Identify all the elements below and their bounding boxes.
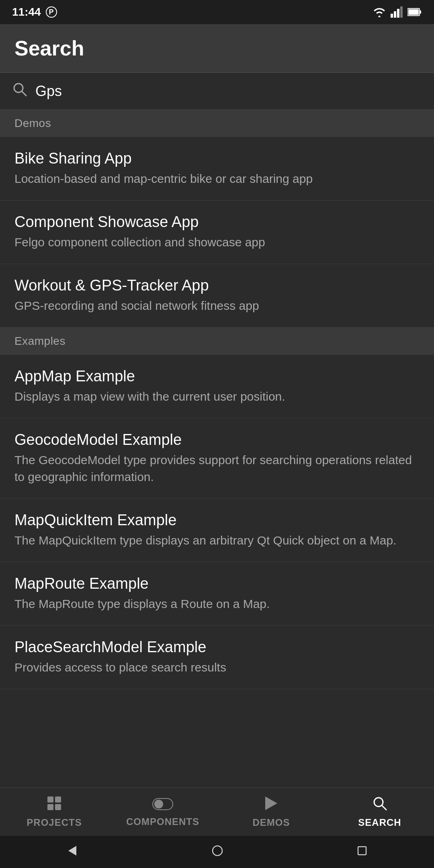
item-title: GeocodeModel Example	[14, 431, 420, 448]
play-icon	[264, 796, 278, 815]
list-item[interactable]: MapQuickItem Example The MapQuickItem ty…	[0, 499, 434, 562]
item-title: MapRoute Example	[14, 575, 420, 592]
svg-rect-20	[358, 847, 366, 855]
nav-item-projects[interactable]: PROJECTS	[0, 788, 108, 836]
list-item[interactable]: AppMap Example Displays a map view with …	[0, 355, 434, 418]
nav-item-demos[interactable]: DEMOS	[217, 788, 326, 836]
svg-rect-10	[55, 796, 61, 802]
item-desc: Location-based and map-centric bike or c…	[14, 170, 420, 187]
svg-rect-2	[397, 9, 399, 18]
item-desc: GPS-recording and social network fitness…	[14, 297, 420, 314]
time-display: 11:44	[12, 6, 41, 18]
status-bar: 11:44 P	[0, 0, 434, 24]
item-title: Bike Sharing App	[14, 150, 420, 167]
section-header-examples: Examples	[0, 328, 434, 355]
content: Demos Bike Sharing App Location-based an…	[0, 110, 434, 770]
home-button[interactable]	[212, 845, 223, 859]
grid-icon	[47, 796, 62, 815]
back-button[interactable]	[67, 845, 78, 859]
header: Search	[0, 24, 434, 73]
svg-rect-11	[47, 804, 53, 810]
item-desc: The GeocodeModel type provides support f…	[14, 452, 420, 485]
search-icon	[12, 82, 27, 100]
item-desc: Provides access to place search results	[14, 659, 420, 676]
svg-rect-0	[391, 14, 393, 18]
svg-marker-18	[68, 846, 76, 856]
item-title: Workout & GPS-Tracker App	[14, 277, 420, 294]
item-desc: Displays a map view with the current use…	[14, 388, 420, 405]
svg-rect-9	[47, 796, 53, 802]
recents-button[interactable]	[357, 845, 367, 859]
signal-icon	[391, 6, 403, 18]
item-desc: The MapRoute type displays a Route on a …	[14, 596, 420, 612]
battery-icon	[407, 7, 422, 17]
list-item[interactable]: Component Showcase App Felgo component c…	[0, 201, 434, 264]
toggle-icon	[152, 797, 173, 814]
item-title: PlaceSearchModel Example	[14, 639, 420, 656]
nav-label-search: SEARCH	[358, 817, 401, 828]
nav-label-demos: DEMOS	[252, 817, 290, 828]
section-header-demos: Demos	[0, 110, 434, 137]
svg-point-19	[213, 846, 222, 856]
svg-rect-5	[420, 10, 421, 14]
item-title: Component Showcase App	[14, 213, 420, 231]
nav-item-components[interactable]: COMPONENTS	[108, 788, 217, 836]
item-title: AppMap Example	[14, 368, 420, 385]
system-nav-bar	[0, 836, 434, 868]
nav-label-components: COMPONENTS	[126, 816, 199, 827]
search-input[interactable]	[35, 83, 422, 100]
nav-label-projects: PROJECTS	[27, 817, 82, 828]
svg-rect-3	[400, 6, 403, 18]
svg-rect-6	[408, 9, 419, 15]
notification-icon: P	[46, 6, 57, 18]
list-item[interactable]: PlaceSearchModel Example Provides access…	[0, 626, 434, 689]
list-item[interactable]: GeocodeModel Example The GeocodeModel ty…	[0, 418, 434, 499]
list-item[interactable]: MapRoute Example The MapRoute type displ…	[0, 562, 434, 626]
list-item[interactable]: Workout & GPS-Tracker App GPS-recording …	[0, 264, 434, 328]
list-item[interactable]: Bike Sharing App Location-based and map-…	[0, 137, 434, 201]
svg-rect-1	[394, 11, 396, 18]
item-desc: Felgo component collection and showcase …	[14, 234, 420, 251]
search-nav-icon	[372, 796, 387, 815]
item-title: MapQuickItem Example	[14, 512, 420, 529]
svg-point-14	[154, 800, 163, 809]
page-title: Search	[14, 37, 84, 60]
svg-marker-15	[265, 796, 277, 810]
search-bar[interactable]	[0, 73, 434, 110]
wifi-icon	[372, 6, 387, 18]
nav-item-search[interactable]: SEARCH	[326, 788, 434, 836]
svg-rect-12	[55, 804, 61, 810]
status-right	[372, 6, 422, 18]
svg-line-17	[382, 805, 386, 810]
status-left: 11:44 P	[12, 6, 57, 18]
svg-line-8	[22, 91, 26, 96]
item-desc: The MapQuickItem type displays an arbitr…	[14, 532, 420, 549]
bottom-nav: PROJECTS COMPONENTS DEMOS SEARCH	[0, 788, 434, 836]
